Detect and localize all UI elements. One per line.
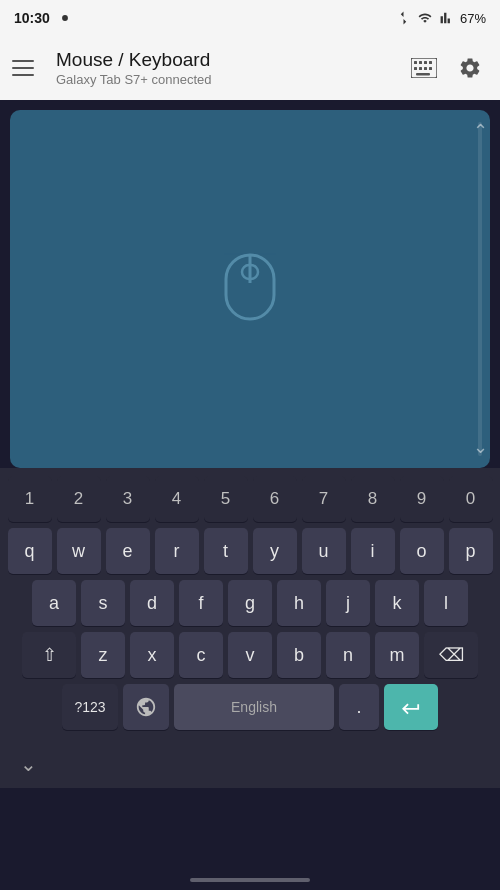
svg-point-0 xyxy=(62,15,68,21)
key-3[interactable]: 3 xyxy=(106,476,150,522)
key-o[interactable]: o xyxy=(400,528,444,574)
key-d[interactable]: d xyxy=(130,580,174,626)
bottom-row: ?123 English . xyxy=(4,684,496,730)
key-e[interactable]: e xyxy=(106,528,150,574)
svg-rect-10 xyxy=(416,73,430,76)
bluetooth-icon xyxy=(397,9,410,27)
key-g[interactable]: g xyxy=(228,580,272,626)
collapse-keyboard-button[interactable]: ⌄ xyxy=(20,752,37,776)
number-row: 1 2 3 4 5 6 7 8 9 0 xyxy=(4,476,496,522)
phone-icon xyxy=(58,11,72,25)
period-key[interactable]: . xyxy=(339,684,379,730)
key-0[interactable]: 0 xyxy=(449,476,493,522)
zxcv-row: ⇧ z x c v b n m ⌫ xyxy=(4,632,496,678)
header-title-block: Mouse / Keyboard Galaxy Tab S7+ connecte… xyxy=(56,49,390,87)
backspace-key[interactable]: ⌫ xyxy=(424,632,478,678)
key-p[interactable]: p xyxy=(449,528,493,574)
key-l[interactable]: l xyxy=(424,580,468,626)
bottom-bar: ⌄ xyxy=(0,740,500,788)
key-q[interactable]: q xyxy=(8,528,52,574)
page-subtitle: Galaxy Tab S7+ connected xyxy=(56,72,390,87)
battery-display: 67% xyxy=(460,11,486,26)
key-2[interactable]: 2 xyxy=(57,476,101,522)
key-k[interactable]: k xyxy=(375,580,419,626)
key-m[interactable]: m xyxy=(375,632,419,678)
svg-rect-8 xyxy=(424,67,427,70)
svg-rect-6 xyxy=(414,67,417,70)
key-f[interactable]: f xyxy=(179,580,223,626)
qwerty-row: q w e r t y u i o p xyxy=(4,528,496,574)
key-4[interactable]: 4 xyxy=(155,476,199,522)
mouse-icon xyxy=(224,253,276,325)
key-j[interactable]: j xyxy=(326,580,370,626)
key-c[interactable]: c xyxy=(179,632,223,678)
key-5[interactable]: 5 xyxy=(204,476,248,522)
shift-key[interactable]: ⇧ xyxy=(22,632,76,678)
key-z[interactable]: z xyxy=(81,632,125,678)
svg-rect-5 xyxy=(429,61,432,64)
key-x[interactable]: x xyxy=(130,632,174,678)
touchpad-area[interactable]: ⌃ ⌄ xyxy=(10,110,490,468)
key-y[interactable]: y xyxy=(253,528,297,574)
key-i[interactable]: i xyxy=(351,528,395,574)
key-7[interactable]: 7 xyxy=(302,476,346,522)
menu-button[interactable] xyxy=(12,54,40,82)
scroll-down-arrow[interactable]: ⌄ xyxy=(473,438,488,456)
settings-button[interactable] xyxy=(452,50,488,86)
header-actions xyxy=(406,50,488,86)
enter-icon xyxy=(400,698,422,716)
key-v[interactable]: v xyxy=(228,632,272,678)
symbols-key[interactable]: ?123 xyxy=(62,684,118,730)
keyboard-button[interactable] xyxy=(406,50,442,86)
globe-icon xyxy=(135,696,157,718)
key-h[interactable]: h xyxy=(277,580,321,626)
scroll-bar[interactable]: ⌃ ⌄ xyxy=(478,122,482,456)
signal-icon xyxy=(440,11,454,25)
status-bar-left: 10:30 xyxy=(14,10,72,26)
key-9[interactable]: 9 xyxy=(400,476,444,522)
key-8[interactable]: 8 xyxy=(351,476,395,522)
language-key[interactable]: English xyxy=(174,684,334,730)
key-n[interactable]: n xyxy=(326,632,370,678)
page-title: Mouse / Keyboard xyxy=(56,49,390,72)
status-bar-right: 67% xyxy=(397,9,486,27)
svg-rect-2 xyxy=(414,61,417,64)
key-u[interactable]: u xyxy=(302,528,346,574)
status-bar: 10:30 67% xyxy=(0,0,500,36)
key-6[interactable]: 6 xyxy=(253,476,297,522)
app-header: Mouse / Keyboard Galaxy Tab S7+ connecte… xyxy=(0,36,500,100)
key-a[interactable]: a xyxy=(32,580,76,626)
enter-key[interactable] xyxy=(384,684,438,730)
key-1[interactable]: 1 xyxy=(8,476,52,522)
keyboard-area: 1 2 3 4 5 6 7 8 9 0 q w e r t y u i o p … xyxy=(0,468,500,740)
time-display: 10:30 xyxy=(14,10,50,26)
svg-rect-4 xyxy=(424,61,427,64)
svg-rect-7 xyxy=(419,67,422,70)
key-r[interactable]: r xyxy=(155,528,199,574)
key-b[interactable]: b xyxy=(277,632,321,678)
svg-rect-3 xyxy=(419,61,422,64)
key-s[interactable]: s xyxy=(81,580,125,626)
asdf-row: a s d f g h j k l xyxy=(4,580,496,626)
key-w[interactable]: w xyxy=(57,528,101,574)
globe-key[interactable] xyxy=(123,684,169,730)
wifi-icon xyxy=(416,11,434,25)
key-t[interactable]: t xyxy=(204,528,248,574)
svg-rect-9 xyxy=(429,67,432,70)
scroll-up-arrow[interactable]: ⌃ xyxy=(473,122,488,140)
home-indicator xyxy=(190,878,310,882)
